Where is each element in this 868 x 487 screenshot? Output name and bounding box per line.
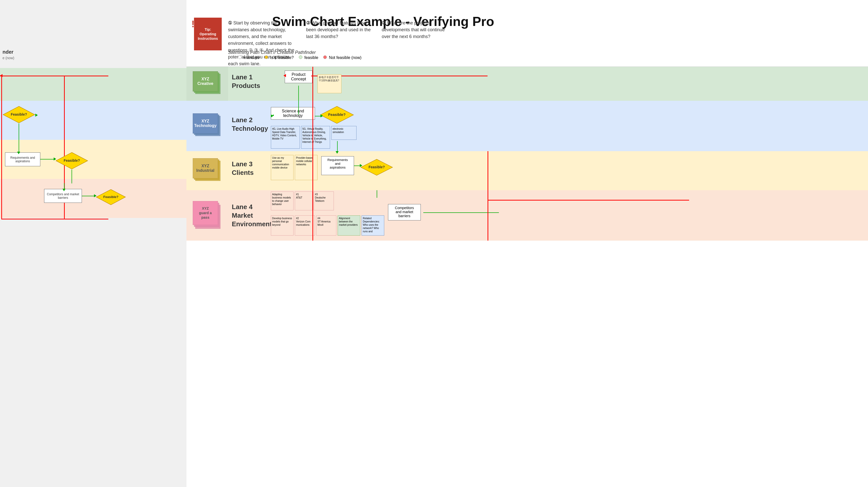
xyz-tech-card-1: XYZTechnology (193, 113, 218, 133)
red-line-h-top (0, 75, 108, 77)
feasible-diamond-l2-right: Feasible? (320, 106, 354, 125)
right-panel: !! Tip:OperatingInstructions Swim Chart … (186, 0, 868, 487)
xyz-card-1: XYZCreative (193, 71, 218, 91)
sticky-4g: 4G, Live Audio High Speed Data Transfer,… (271, 126, 300, 149)
product-concept-box: ProductConcept (285, 70, 312, 83)
xyz-guard-panel: XYZguard apass (186, 190, 228, 241)
sticky-adapting: Adapting business models to change user … (271, 191, 293, 210)
red-v-l4-right (488, 190, 488, 241)
legend-not-feasible: Not feasible (now) (323, 55, 361, 60)
competitors-box-right: Competitorsand marketbarriers (388, 204, 421, 220)
svg-text:Feasible?: Feasible? (328, 112, 345, 117)
arrow-down-l2-l3-right (336, 151, 339, 154)
tip-box: Tip:OperatingInstructions (194, 18, 222, 51)
svg-text:Feasible?: Feasible? (103, 195, 118, 199)
feasible-diamond-l3: Feasible? (56, 152, 88, 171)
sticky-att: #1AT&T (295, 191, 312, 210)
sticky-st-america: #4ST America Movil (316, 215, 336, 236)
red-v-main (312, 67, 313, 241)
legend-feasible: feasible (299, 55, 318, 60)
sticky-alignment: Alignment between the market providers (338, 215, 360, 236)
xyz-industrial-stack: XYZIndustrial (193, 158, 222, 183)
svg-text:Feasible?: Feasible? (369, 165, 385, 169)
sticky-deutsche: #3Deutsche Telekom (314, 191, 334, 210)
xyz-tech-panel: XYZTechnology (186, 101, 228, 151)
instruction-1: ① Start by observing the swimlanes about… (228, 20, 299, 67)
lane1-title: Lane 1Products (232, 73, 260, 90)
instruction-3: ③ What are the projects developments tha… (382, 20, 452, 40)
lane4-title: Lane 4MarketEnvironment (232, 203, 272, 228)
green-v-l2-l3-right (337, 141, 338, 152)
svg-text:Feasible?: Feasible? (11, 112, 27, 116)
lane3-title: Lane 3Clients (232, 160, 254, 177)
lane2-bg: XYZTechnology Lane 2Technology Science a… (186, 101, 868, 151)
arrow-right-sci (320, 114, 323, 117)
arrow-left-red-top (0, 74, 2, 77)
red-h-l4-right (488, 200, 689, 201)
xyz-creative-panel: XYZCreative (186, 67, 228, 101)
lane4-left-bg (0, 179, 186, 218)
tip-label: Tip:OperatingInstructions (198, 27, 218, 41)
feasible-diamond-l4: Feasible? (96, 189, 126, 206)
legend-feasible-q: Is it feasible? (265, 55, 294, 60)
science-tech-box: Science and technology (271, 107, 315, 120)
arrow-right-l2 (35, 114, 38, 117)
dot-sci (273, 115, 274, 116)
xyz-industrial-panel: XYZIndustrial (186, 151, 228, 190)
arrow-down-l2-l3 (17, 152, 20, 154)
red-line-h-bottom (1, 219, 108, 219)
sticky-chinese: 多电子卡是否可千千100%兼容器具? (317, 74, 341, 93)
lane3-bg: XYZIndustrial Lane 3Clients Use as my pe… (186, 151, 868, 190)
xyz-guard-stack: XYZguard apass (193, 201, 222, 230)
xyz-creative-stack: XYZCreative (193, 71, 222, 96)
left-panel: nder e (now) Feasible? Requirements and … (0, 0, 186, 487)
xyz-guard-card-1: XYZguard apass (193, 201, 218, 225)
swimchart-label: Swimming Path Chart // Creative Pathfind… (228, 50, 316, 55)
instruction-2: ② What product features have been develo… (306, 20, 377, 40)
xyz-tech-stack: XYZTechnology (193, 113, 222, 139)
arrow-down-comp (62, 189, 65, 191)
arrow-right-req-feas (360, 164, 362, 167)
requirements-box-left: Requirements and aspirations (5, 152, 40, 166)
lane2-title: Lane 2Technology (232, 116, 268, 133)
sticky-5g: 5G, Virtual Reality, Autonomous Driving,… (301, 126, 330, 149)
feasible-diamond-l3-right: Feasible? (360, 159, 393, 177)
green-v-l3-l4 (377, 190, 377, 198)
xyz-ind-card-1: XYZIndustrial (193, 158, 218, 178)
svg-text:Feasible?: Feasible? (64, 158, 80, 162)
red-corner (312, 75, 313, 77)
partial-label-1: nder (2, 49, 13, 55)
header-area: !! Tip:OperatingInstructions Swim Chart … (186, 0, 868, 67)
requirements-box-right: Requirementsandaspirations (321, 156, 354, 175)
lane1-bg: XYZCreative Lane 1Products ProductConcep… (186, 67, 868, 101)
green-line-req (40, 159, 54, 159)
legend-mandate: mandate (238, 55, 259, 60)
sticky-related: Related Dependencies: Who uses the netwo… (362, 215, 384, 236)
green-line-v-l3-l4 (71, 170, 72, 183)
green-line-v-l2-l3 (19, 123, 19, 152)
red-line-v-left (1, 75, 2, 219)
partial-label-2: e (now) (2, 56, 14, 60)
green-line-comp (82, 196, 94, 196)
sticky-verizon: #2Verizon Com munications (295, 215, 315, 236)
sticky-provider: Provider-based mobile cellular networks (295, 155, 317, 180)
red-v-l3-right (488, 151, 488, 190)
legend-area: mandate Is it feasible? feasible Not fea… (228, 55, 362, 60)
sticky-use-personal: Use as my personal communication mobile … (271, 155, 293, 180)
feasible-diamond-l2: Feasible? (2, 106, 35, 124)
lane4-bg: XYZguard apass Lane 4MarketEnvironment A… (186, 190, 868, 241)
lane1-left-bg (0, 68, 186, 101)
green-line-product-down (298, 86, 299, 101)
red-arrow-left-product (283, 74, 286, 77)
sticky-develop: Develop business models that go beyond (271, 215, 293, 236)
sticky-electronic: electronic simulation (331, 126, 356, 140)
